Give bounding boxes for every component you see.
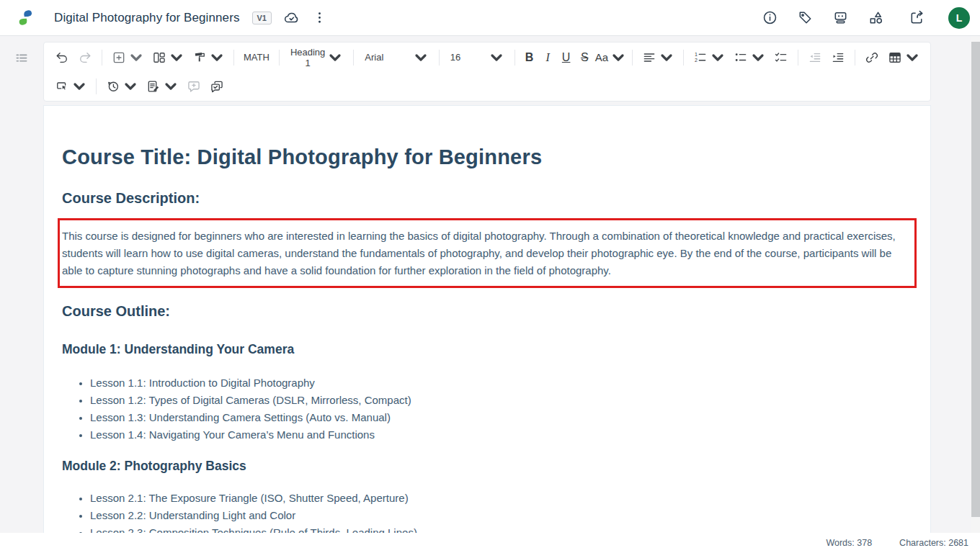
module-1-lesson-list: Lesson 1.1: Introduction to Digital Phot… (62, 374, 912, 444)
elements-button[interactable] (868, 9, 884, 26)
text-case-glyph: Aa (595, 51, 608, 63)
chevron-down-icon (123, 79, 138, 94)
chevron-down-icon (129, 50, 143, 65)
document-outline-button[interactable] (14, 51, 29, 68)
scrollbar-thumb[interactable] (971, 42, 980, 517)
checklist-button[interactable] (770, 47, 793, 68)
chevron-down-icon (328, 50, 342, 65)
chevron-down-icon (751, 50, 765, 65)
selection-mode-dropdown[interactable] (50, 76, 91, 97)
layout-icon (152, 50, 166, 65)
math-button[interactable]: MATH (239, 47, 274, 68)
note-edit-icon (146, 79, 161, 94)
character-count[interactable]: Characters: 2681 (899, 538, 968, 548)
font-size-dropdown[interactable]: 16 (446, 47, 508, 68)
lesson-item[interactable]: Lesson 2.3: Composition Techniques (Rule… (90, 524, 912, 533)
toolbar-divider (233, 50, 234, 66)
bold-button[interactable]: B (520, 47, 539, 68)
strikethrough-glyph: S (581, 51, 589, 64)
font-size-value: 16 (450, 52, 460, 63)
more-options-button[interactable] (311, 9, 328, 26)
toolbar-divider (439, 50, 440, 66)
vertical-scrollbar[interactable] (971, 36, 980, 533)
topbar-actions: L (762, 7, 970, 29)
text-case-dropdown[interactable]: Aa (594, 47, 627, 68)
app-logo-icon (16, 8, 35, 27)
checklist-icon (774, 50, 788, 65)
link-icon (865, 50, 879, 65)
cloud-sync-button[interactable] (283, 9, 300, 26)
module-1-heading[interactable]: Module 1: Understanding Your Camera (62, 341, 912, 357)
indent-button[interactable] (827, 47, 850, 68)
undo-button[interactable] (50, 47, 74, 68)
cloud-check-icon (283, 9, 300, 26)
outline-list-icon (14, 51, 29, 66)
toolbar-divider (353, 50, 354, 66)
bullet-list-icon (734, 50, 748, 65)
vertical-dots-icon (311, 9, 328, 26)
share-button[interactable] (909, 9, 925, 26)
svg-text:2: 2 (695, 58, 698, 63)
underline-button[interactable]: U (557, 47, 576, 68)
review-notes-dropdown[interactable] (142, 76, 182, 97)
toolbar-divider (279, 50, 280, 66)
add-comment-icon (187, 79, 201, 94)
font-family-value: Arial (365, 52, 383, 63)
lesson-item[interactable]: Lesson 1.2: Types of Digital Cameras (DS… (90, 392, 912, 409)
toolbar-divider (683, 50, 684, 66)
undo-icon (55, 50, 69, 65)
course-description-paragraph[interactable]: This course is designed for beginners wh… (62, 228, 907, 279)
chevron-down-icon (414, 50, 428, 65)
lesson-item[interactable]: Lesson 1.3: Understanding Camera Setting… (90, 409, 912, 426)
font-family-dropdown[interactable]: Arial (360, 47, 432, 68)
lesson-item[interactable]: Lesson 1.1: Introduction to Digital Phot… (90, 374, 912, 392)
insert-table-dropdown[interactable] (883, 47, 924, 68)
lesson-item[interactable]: Lesson 2.1: The Exposure Triangle (ISO, … (90, 490, 912, 507)
add-comment-button[interactable] (182, 76, 205, 97)
redo-button[interactable] (74, 47, 97, 68)
word-count[interactable]: Words: 378 (826, 538, 872, 548)
page-layout-button[interactable] (148, 47, 188, 68)
course-outline-heading[interactable]: Course Outline: (62, 302, 912, 320)
chevron-down-icon (72, 79, 86, 94)
indent-icon (831, 50, 845, 65)
course-description-heading[interactable]: Course Description: (62, 189, 912, 207)
align-dropdown[interactable] (638, 47, 678, 68)
version-history-dropdown[interactable] (102, 76, 142, 97)
bot-icon (832, 9, 849, 26)
select-area-icon (55, 79, 69, 94)
svg-text:1: 1 (695, 51, 698, 57)
document-page[interactable]: Course Title: Digital Photography for Be… (43, 105, 931, 533)
chevron-down-icon (489, 50, 504, 65)
paint-roller-icon (192, 50, 207, 65)
outdent-button[interactable] (803, 47, 827, 68)
chevron-down-icon (659, 50, 674, 65)
numbered-list-dropdown[interactable]: 1 2 (689, 47, 729, 68)
lesson-item[interactable]: Lesson 1.4: Navigating Your Camera’s Men… (90, 426, 912, 444)
italic-button[interactable]: I (538, 47, 557, 68)
chevron-down-icon (210, 50, 224, 65)
course-title-heading[interactable]: Course Title: Digital Photography for Be… (62, 145, 912, 169)
bullet-list-dropdown[interactable] (729, 47, 770, 68)
toolbar-divider (798, 50, 798, 66)
format-painter-button[interactable] (188, 47, 228, 68)
version-badge[interactable]: V1 (252, 12, 272, 24)
shapes-icon (868, 9, 884, 26)
bot-assistant-button[interactable] (832, 9, 849, 26)
insert-button[interactable] (107, 47, 148, 68)
document-title[interactable]: Digital Photography for Beginners (54, 11, 240, 25)
toolbar-divider (102, 50, 102, 66)
module-2-heading[interactable]: Module 2: Photography Basics (62, 458, 912, 474)
info-button[interactable] (762, 9, 778, 26)
paragraph-style-dropdown[interactable]: Heading 1 (286, 47, 347, 68)
status-bar: Words: 378 Characters: 2681 (0, 533, 980, 553)
toolbar-divider (855, 50, 855, 66)
user-avatar[interactable]: L (948, 7, 970, 29)
tags-button[interactable] (797, 9, 814, 26)
chevron-down-icon (710, 50, 725, 65)
comments-button[interactable] (205, 76, 228, 97)
strikethrough-button[interactable]: S (575, 47, 594, 68)
insert-link-button[interactable] (860, 47, 883, 68)
math-label: MATH (244, 52, 270, 63)
lesson-item[interactable]: Lesson 2.2: Understanding Light and Colo… (90, 507, 912, 524)
